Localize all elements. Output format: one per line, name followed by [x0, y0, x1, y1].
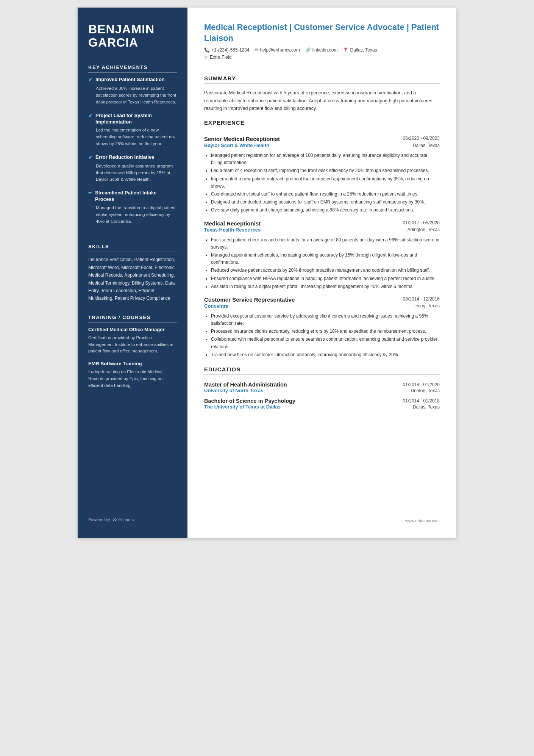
- training-item-1: Certified Medical Office Manager Certifi…: [88, 327, 177, 355]
- job-1-bullet-1: Managed patient registration for an aver…: [211, 152, 440, 166]
- skills-section: SKILLS Insurance Verification, Patient R…: [88, 244, 177, 302]
- achievement-title-3: ✔ Error Reduction Initiative: [88, 154, 177, 161]
- job-1-bullet-5: Designed and conducted training sessions…: [211, 199, 440, 206]
- job-2-bullet-2: Managed appointment schedules, increasin…: [211, 252, 440, 266]
- star-icon: ☆: [204, 55, 208, 60]
- job-1-company: Baylor Scott & White Health: [204, 142, 269, 148]
- achievement-item-4: ✏ Streamlined Patient Intake Process Man…: [88, 190, 177, 225]
- training-section: TRAINING / COURSES Certified Medical Off…: [88, 315, 177, 395]
- edu-1-dates: 01/2018 - 01/2020: [403, 382, 440, 387]
- main-content: Medical Receptionist | Customer Service …: [187, 8, 456, 538]
- summary-text: Passionate Medical Receptionist with 5 y…: [204, 89, 440, 113]
- email-address: help@enhancv.com: [260, 47, 300, 53]
- edu-1-location: Denton, Texas: [411, 388, 440, 393]
- job-title: Medical Receptionist | Customer Service …: [204, 22, 440, 44]
- achievement-item-3: ✔ Error Reduction Initiative Developed a…: [88, 154, 177, 183]
- achievement-desc-2: Led the implementation of a new scheduli…: [88, 127, 177, 147]
- pencil-icon-4: ✏: [88, 190, 92, 196]
- job-2-bullets: Facilitated patient check-ins and check-…: [204, 236, 440, 291]
- job-3-bullet-2: Processed insurance claims accurately, r…: [211, 328, 440, 335]
- check-icon-3: ✔: [88, 155, 92, 161]
- edu-2-header: Bachelor of Science in Psychology 01/201…: [204, 398, 440, 404]
- job-1-company-line: Baylor Scott & White Health Dallas, Texa…: [204, 142, 440, 148]
- edu-2-location: Dallas, Texas: [413, 404, 440, 410]
- linkedin-url: linkedin.com: [312, 47, 338, 53]
- edu-1-header: Master of Health Administration 01/2018 …: [204, 382, 440, 388]
- resume-container: BENJAMIN GARCIA KEY ACHIEVEMENTS ✔ Impro…: [78, 8, 456, 538]
- achievement-title-4: ✏ Streamlined Patient Intake Process: [88, 190, 177, 203]
- location-contact: 📍 Dallas, Texas: [343, 47, 377, 53]
- job-1-location: Dallas, Texas: [413, 143, 440, 148]
- linkedin-icon: 🔗: [305, 47, 311, 53]
- edu-2-school: The University of Texas at Dallas: [204, 404, 281, 410]
- job-3-bullets: Provided exceptional customer service by…: [204, 313, 440, 359]
- skills-text: Insurance Verification, Patient Registra…: [88, 256, 177, 302]
- job-2-location: Arlington, Texas: [408, 227, 440, 232]
- experience-section-title: EXPERIENCE: [204, 119, 440, 128]
- extra-field: ☆ Extra Field: [204, 55, 440, 60]
- job-2-bullet-5: Assisted in rolling out a digital patien…: [211, 283, 440, 290]
- job-2-bullet-3: Reduced overdue patient accounts by 20% …: [211, 267, 440, 274]
- training-desc-2: In-depth training on Electronic Medical …: [88, 369, 177, 389]
- job-2-bullet-1: Facilitated patient check-ins and check-…: [211, 236, 440, 251]
- email-contact: ✉ help@enhancv.com: [255, 47, 300, 53]
- edu-1-school-line: University of North Texas Denton, Texas: [204, 388, 440, 393]
- job-3-header: Customer Service Representative 08/2014 …: [204, 296, 440, 303]
- training-item-2: EMR Software Training In-depth training …: [88, 361, 177, 389]
- edu-2-degree: Bachelor of Science in Psychology: [204, 398, 295, 404]
- achievement-title-2: ✔ Project Lead for System Implementation: [88, 113, 177, 125]
- edu-1-school: University of North Texas: [204, 388, 264, 393]
- job-1-dates: 06/2020 - 09/2023: [403, 136, 440, 141]
- training-name-1: Certified Medical Office Manager: [88, 327, 177, 333]
- email-icon: ✉: [255, 47, 258, 53]
- achievement-desc-4: Managed the transition to a digital pati…: [88, 205, 177, 225]
- training-desc-1: Certification provided by Practice Manag…: [88, 335, 177, 355]
- job-2-dates: 01/2017 - 05/2020: [403, 220, 440, 225]
- logo-icon: ∞: [112, 516, 117, 523]
- achievement-desc-1: Achieved a 30% increase in patient satis…: [88, 85, 177, 105]
- achievement-title-1: ✔ Improved Patient Satisfaction: [88, 77, 177, 83]
- check-icon-1: ✔: [88, 77, 92, 83]
- job-1-bullet-4: Coordinated with clinical staff to enhan…: [211, 191, 440, 198]
- job-1-bullet-6: Oversaw daily payment and charge balanci…: [211, 207, 440, 214]
- edu-entry-2: Bachelor of Science in Psychology 01/201…: [204, 398, 440, 410]
- contact-line: 📞 +1-(234)-555-1234 ✉ help@enhancv.com 🔗…: [204, 47, 440, 53]
- edu-1-degree: Master of Health Administration: [204, 382, 287, 388]
- job-3-role: Customer Service Representative: [204, 296, 295, 303]
- main-footer: www.enhancv.com: [204, 511, 440, 523]
- job-1-bullets: Managed patient registration for an aver…: [204, 152, 440, 215]
- job-1-role: Senior Medical Receptionist: [204, 136, 280, 142]
- name-block: BENJAMIN GARCIA: [88, 23, 177, 49]
- edu-2-school-line: The University of Texas at Dallas Dallas…: [204, 404, 440, 410]
- website-url: www.enhancv.com: [405, 518, 440, 523]
- job-2-company-line: Texas Health Resources Arlington, Texas: [204, 227, 440, 233]
- job-2-bullet-4: Ensured compliance with HIPAA regulation…: [211, 275, 440, 282]
- job-3-bullet-4: Trained new hires on customer interactio…: [211, 351, 440, 358]
- summary-section-title: SUMMARY: [204, 75, 440, 84]
- job-1-bullet-2: Led a team of 4 receptionist staff, impr…: [211, 167, 440, 174]
- brand-name: Enhancv: [119, 517, 135, 522]
- location-icon: 📍: [343, 47, 348, 53]
- job-3-company: Concentra: [204, 303, 228, 309]
- job-1-header: Senior Medical Receptionist 06/2020 - 09…: [204, 136, 440, 142]
- achievement-item-2: ✔ Project Lead for System Implementation…: [88, 113, 177, 147]
- job-2-header: Medical Receptionist 01/2017 - 05/2020: [204, 220, 440, 227]
- enhancv-logo: ∞ Enhancv: [112, 516, 134, 523]
- achievements-section: KEY ACHIEVEMENTS ✔ Improved Patient Sati…: [88, 64, 177, 232]
- training-title: TRAINING / COURSES: [88, 315, 177, 323]
- job-3-bullet-1: Provided exceptional customer service by…: [211, 313, 440, 327]
- job-2-role: Medical Receptionist: [204, 220, 261, 227]
- training-name-2: EMR Software Training: [88, 361, 177, 367]
- powered-by-label: Powered by: [88, 517, 110, 522]
- location-text: Dallas, Texas: [350, 47, 377, 53]
- job-3-company-line: Concentra Irving, Texas: [204, 303, 440, 309]
- job-3-dates: 08/2014 - 12/2016: [403, 296, 440, 302]
- main-header: Medical Receptionist | Customer Service …: [204, 22, 440, 60]
- job-2-company: Texas Health Resources: [204, 227, 261, 233]
- phone-icon: 📞: [204, 47, 210, 53]
- extra-field-text: Extra Field: [210, 55, 231, 60]
- skills-title: SKILLS: [88, 244, 177, 252]
- candidate-name: BENJAMIN GARCIA: [88, 23, 177, 49]
- achievements-title: KEY ACHIEVEMENTS: [88, 64, 177, 73]
- sidebar: BENJAMIN GARCIA KEY ACHIEVEMENTS ✔ Impro…: [78, 8, 187, 538]
